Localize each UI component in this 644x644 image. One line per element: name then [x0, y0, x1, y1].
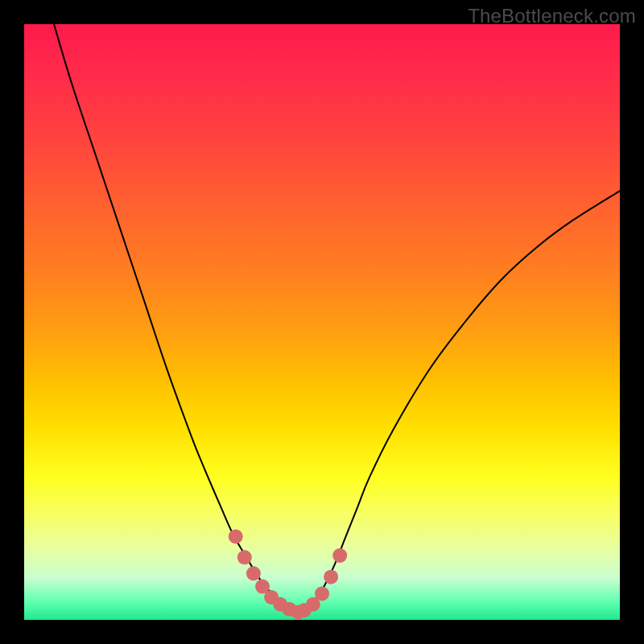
marker-point — [246, 566, 261, 580]
watermark-text: TheBottleneck.com — [468, 5, 636, 27]
plot-area — [24, 24, 620, 620]
chart-frame: TheBottleneck.com — [0, 0, 644, 644]
chart-svg — [24, 24, 620, 620]
right-curve — [298, 191, 620, 611]
marker-point — [324, 570, 338, 584]
marker-point — [315, 586, 329, 601]
left-curve — [54, 24, 298, 611]
marker-group — [229, 529, 348, 619]
marker-point — [229, 529, 243, 543]
marker-point — [237, 550, 252, 564]
marker-point — [332, 548, 347, 563]
